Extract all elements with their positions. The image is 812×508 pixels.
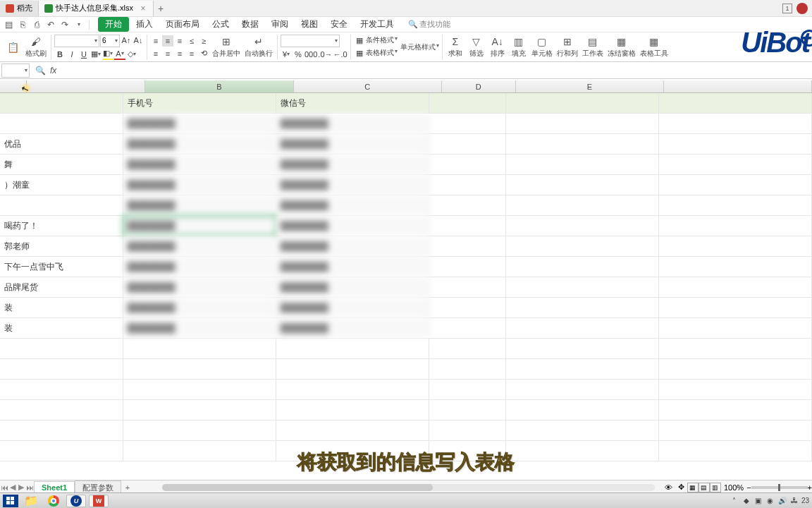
cell[interactable]: 手机号 bbox=[123, 93, 276, 113]
wrap-icon[interactable]: ↵ bbox=[250, 35, 267, 48]
align-bottom-icon[interactable]: ≡ bbox=[174, 35, 185, 47]
eye-icon[interactable]: 👁 bbox=[665, 483, 672, 492]
comma-icon[interactable]: 000 bbox=[304, 49, 317, 60]
cell[interactable]: ████████ bbox=[123, 277, 276, 297]
cell[interactable] bbox=[506, 195, 659, 215]
cell[interactable] bbox=[659, 114, 812, 133]
tray-app1-icon[interactable]: ◆ bbox=[742, 496, 751, 506]
cell-style-icon[interactable]: ▦ bbox=[354, 48, 365, 59]
cell[interactable] bbox=[506, 257, 659, 277]
cell[interactable] bbox=[506, 359, 659, 379]
indent-inc-icon[interactable]: ≥ bbox=[198, 35, 209, 47]
cell[interactable] bbox=[123, 359, 276, 379]
cell[interactable] bbox=[506, 277, 659, 297]
cell[interactable]: ████████ bbox=[123, 134, 276, 154]
tray-app2-icon[interactable]: ▣ bbox=[753, 496, 763, 506]
merge-icon[interactable]: ⊞ bbox=[218, 35, 235, 48]
indent-dec-icon[interactable]: ≤ bbox=[186, 35, 197, 47]
cell-style-label[interactable]: 单元格样式 bbox=[400, 42, 436, 52]
cell[interactable] bbox=[276, 421, 429, 440]
cell[interactable]: ████████ bbox=[276, 298, 429, 318]
col-header-e[interactable]: E bbox=[516, 80, 664, 92]
format-painter-icon[interactable]: 🖌 bbox=[27, 35, 44, 48]
cell[interactable] bbox=[429, 257, 506, 277]
undo-icon[interactable]: ↶ bbox=[45, 19, 56, 30]
cell[interactable] bbox=[659, 380, 812, 399]
cell[interactable] bbox=[429, 421, 506, 440]
menu-security[interactable]: 安全 bbox=[325, 17, 353, 32]
cell[interactable] bbox=[659, 298, 812, 318]
cell[interactable] bbox=[506, 175, 659, 195]
font-color-button[interactable]: A▾ bbox=[114, 49, 125, 60]
cell[interactable] bbox=[659, 318, 812, 338]
cell[interactable] bbox=[276, 400, 429, 420]
menu-dev[interactable]: 开发工具 bbox=[355, 17, 400, 32]
tab-xlsx[interactable]: 快手达人信息采集.xlsx × bbox=[39, 1, 154, 16]
col-header-a[interactable] bbox=[27, 80, 146, 92]
cell[interactable] bbox=[659, 441, 812, 461]
redo-icon[interactable]: ↷ bbox=[59, 19, 70, 30]
more-icon[interactable]: ▾ bbox=[73, 19, 85, 30]
cell[interactable] bbox=[506, 441, 659, 461]
tab-daoke[interactable]: 稻壳 bbox=[0, 1, 39, 16]
cell[interactable] bbox=[123, 339, 276, 358]
align-justify-icon[interactable]: ≡ bbox=[186, 48, 197, 59]
cell[interactable] bbox=[429, 380, 506, 399]
align-right-icon[interactable]: ≡ bbox=[174, 48, 185, 59]
cell[interactable] bbox=[429, 175, 506, 195]
cell[interactable] bbox=[506, 318, 659, 338]
cell[interactable] bbox=[506, 114, 659, 133]
cell[interactable] bbox=[429, 400, 506, 420]
sheet-nav-first[interactable]: ⏮ bbox=[0, 483, 8, 492]
cell[interactable] bbox=[0, 195, 123, 215]
cell[interactable] bbox=[276, 359, 429, 379]
filter-icon[interactable]: ▽ bbox=[468, 35, 485, 48]
cell[interactable] bbox=[659, 257, 812, 277]
cell[interactable]: ████████ bbox=[123, 216, 276, 236]
cell[interactable]: 郭老师 bbox=[0, 236, 123, 256]
sheet-nav-next[interactable]: ▶ bbox=[17, 483, 25, 492]
horizontal-scrollbar[interactable] bbox=[162, 484, 655, 491]
cell[interactable] bbox=[506, 400, 659, 420]
cell[interactable] bbox=[429, 93, 506, 113]
table-tool-icon[interactable]: ▦ bbox=[646, 35, 663, 48]
dec-inc-icon[interactable]: .0→ bbox=[318, 49, 332, 60]
cell[interactable] bbox=[276, 339, 429, 358]
fx-icon[interactable]: fx bbox=[50, 66, 56, 75]
cell[interactable] bbox=[429, 339, 506, 358]
cell[interactable] bbox=[659, 359, 812, 379]
tray-app3-icon[interactable]: ◉ bbox=[765, 496, 775, 506]
cell[interactable] bbox=[429, 298, 506, 318]
uibot-taskbar-icon[interactable]: U bbox=[66, 495, 86, 507]
dec-dec-icon[interactable]: ←.0 bbox=[333, 49, 347, 60]
menu-insert[interactable]: 插入 bbox=[130, 17, 159, 32]
tray-network-icon[interactable]: 🖧 bbox=[789, 496, 799, 506]
cell[interactable]: ████████ bbox=[123, 236, 276, 256]
cell[interactable] bbox=[0, 380, 123, 399]
cell[interactable] bbox=[0, 359, 123, 379]
start-button[interactable] bbox=[3, 495, 18, 507]
percent-icon[interactable]: % bbox=[293, 49, 304, 60]
cell[interactable] bbox=[429, 195, 506, 215]
increase-font-icon[interactable]: A↑ bbox=[121, 35, 132, 46]
save-icon[interactable]: ▤ bbox=[3, 19, 14, 30]
open-icon[interactable]: ⎘ bbox=[17, 19, 28, 30]
menu-data[interactable]: 数据 bbox=[236, 17, 264, 32]
sheet-nav-last[interactable]: ⏭ bbox=[25, 483, 34, 492]
sum-icon[interactable]: Σ bbox=[447, 35, 464, 48]
cell[interactable]: ████████ bbox=[123, 195, 276, 215]
cell[interactable] bbox=[659, 155, 812, 174]
cell[interactable] bbox=[506, 380, 659, 399]
cell[interactable] bbox=[0, 339, 123, 358]
col-header-b[interactable]: B bbox=[145, 80, 293, 92]
center-icon[interactable]: ✥ bbox=[678, 483, 684, 492]
view-break-icon[interactable]: ▥ bbox=[710, 483, 721, 492]
cell[interactable]: ████████ bbox=[276, 134, 429, 154]
cell[interactable]: ）潮童 bbox=[0, 175, 123, 195]
cell[interactable]: ████████ bbox=[123, 175, 276, 195]
cell[interactable] bbox=[429, 216, 506, 236]
col-header-c[interactable]: C bbox=[294, 80, 442, 92]
underline-button[interactable]: U bbox=[78, 49, 90, 60]
orientation-icon[interactable]: ⟲ bbox=[198, 48, 209, 59]
cell[interactable] bbox=[429, 114, 506, 133]
